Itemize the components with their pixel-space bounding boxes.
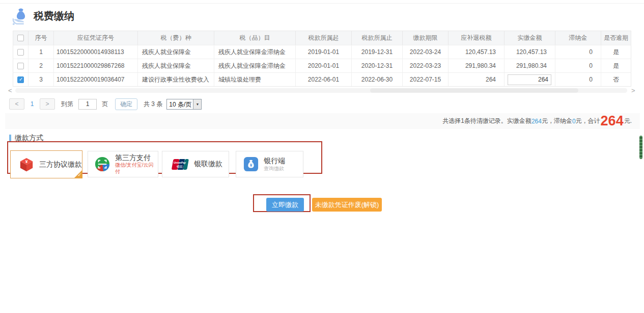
horizontal-scrollbar[interactable] bbox=[15, 88, 627, 93]
cell-tax-item: 城镇垃圾处理费 bbox=[214, 73, 296, 86]
tax-payment-page: 税费缴纳 序号 应征凭证序号 税（费）种 税（品）目 税款所属起 税款所属止 缴… bbox=[0, 0, 644, 313]
payment-method-label: 银联缴款 bbox=[194, 160, 222, 169]
payment-method-bank[interactable]: ¥ 银行端 查询缴款 bbox=[236, 151, 303, 177]
cell-payable: 264 bbox=[449, 73, 505, 86]
tax-table: 序号 应征凭证序号 税（费）种 税（品）目 税款所属起 税款所属止 缴款期限 应… bbox=[13, 31, 631, 87]
total-count-label: 共 3 条 bbox=[144, 100, 162, 109]
row-checkbox[interactable] bbox=[17, 76, 24, 83]
page-title: 税费缴纳 bbox=[34, 9, 74, 23]
svg-text:银联: 银联 bbox=[176, 164, 183, 168]
cell-voucher-no: 10015222000019036407 bbox=[54, 73, 138, 86]
page-size-select[interactable]: 10 条/页 ▼ bbox=[166, 99, 202, 110]
cell-payable: 120,457.13 bbox=[449, 45, 505, 59]
cell-period-start: 2019-01-01 bbox=[296, 45, 352, 59]
table-row: 1 10015220000014938113 残疾人就业保障金 残疾人就业保障金… bbox=[13, 45, 631, 59]
current-page[interactable]: 1 bbox=[24, 100, 40, 108]
header-period-start: 税款所属起 bbox=[296, 31, 352, 45]
header-period-end: 税款所属止 bbox=[352, 31, 403, 45]
cell-overdue: 否 bbox=[601, 73, 631, 86]
svg-text:¥: ¥ bbox=[25, 159, 28, 164]
cell-period-start: 2022-06-01 bbox=[296, 73, 352, 86]
payment-method-label: 三方协议缴款 bbox=[39, 160, 82, 169]
unionpay-logo: UnionPay 银联 bbox=[170, 158, 190, 171]
payment-method-unionpay[interactable]: UnionPay 银联 银联缴款 bbox=[162, 151, 229, 177]
payment-method-sublabel: 查询缴款 bbox=[264, 166, 285, 172]
cell-tax-type: 残疾人就业保障金 bbox=[138, 45, 214, 59]
summary-bar: 共选择1条待清缴记录。实缴金额264 元，滞纳金 0元，合计264元. bbox=[5, 113, 640, 129]
chevron-down-icon: ▼ bbox=[193, 99, 201, 109]
row-checkbox[interactable] bbox=[17, 49, 24, 56]
summary-text: 元. bbox=[624, 117, 632, 125]
row-checkbox[interactable] bbox=[17, 63, 24, 69]
goto-label: 到第 bbox=[61, 100, 73, 109]
summary-text: 元，滞纳金 bbox=[542, 117, 572, 125]
header-deadline: 缴款期限 bbox=[403, 31, 449, 45]
svg-text:¥: ¥ bbox=[250, 163, 253, 168]
payment-method-label: 第三方支付 bbox=[115, 153, 158, 163]
cell-period-start: 2020-01-01 bbox=[296, 59, 352, 72]
header-voucher-no: 应征凭证序号 bbox=[54, 31, 138, 45]
side-scroll-indicator[interactable] bbox=[639, 136, 642, 159]
summary-text: 元，合计 bbox=[576, 117, 600, 125]
select-all-checkbox[interactable] bbox=[17, 35, 24, 41]
pagination: < 1 > 到第 页 确定 共 3 条 10 条/页 ▼ bbox=[9, 98, 202, 110]
cell-late-fee: 0 bbox=[555, 59, 601, 72]
page-size-value: 10 条/页 bbox=[167, 99, 193, 109]
payment-method-label: 银行端 bbox=[264, 156, 285, 166]
cell-late-fee: 0 bbox=[555, 73, 601, 86]
checkmark-icon: ✓ bbox=[77, 173, 81, 177]
red-cube-yuan-icon: ¥ bbox=[19, 157, 34, 172]
next-page-button[interactable]: > bbox=[40, 98, 55, 110]
cell-seq: 1 bbox=[29, 45, 54, 59]
cell-tax-type: 建设行政事业性收费收入 bbox=[138, 73, 214, 86]
cell-deadline: 2022-03-24 bbox=[403, 45, 449, 59]
void-voucher-button[interactable]: 未缴款凭证作废(解锁) bbox=[312, 198, 382, 212]
header-payable: 应补退税额 bbox=[449, 31, 505, 45]
summary-text: 共选择1条待清缴记录。实缴金额 bbox=[442, 117, 531, 125]
table-row: 3 10015222000019036407 建设行政事业性收费收入 城镇垃圾处… bbox=[13, 72, 631, 86]
header-seq: 序号 bbox=[29, 31, 54, 45]
cell-tax-item: 残疾人就业保障金滞纳金 bbox=[214, 45, 296, 59]
cell-seq: 2 bbox=[29, 59, 54, 72]
page-unit-label: 页 bbox=[102, 100, 108, 109]
cell-paid: 120,457.13 bbox=[505, 45, 555, 59]
header-tax-type: 税（费）种 bbox=[138, 31, 214, 45]
payment-method-thirdparty[interactable]: 第三方支付 微信/支付宝/云闪付 bbox=[88, 151, 158, 177]
cell-voucher-no: 10015221000029867268 bbox=[54, 59, 138, 72]
table-header-row: 序号 应征凭证序号 税（费）种 税（品）目 税款所属起 税款所属止 缴款期限 应… bbox=[13, 31, 631, 45]
summary-total-amount: 264 bbox=[601, 114, 624, 128]
confirm-page-button[interactable]: 确定 bbox=[115, 98, 137, 110]
cell-period-end: 2019-12-31 bbox=[352, 45, 403, 59]
cell-seq: 3 bbox=[29, 73, 54, 86]
header-paid: 实缴金额 bbox=[505, 31, 555, 45]
cell-tax-type: 残疾人就业保障金 bbox=[138, 59, 214, 72]
prev-page-button[interactable]: < bbox=[9, 98, 24, 110]
table-row: 2 10015221000029867268 残疾人就业保障金 残疾人就业保障金… bbox=[13, 59, 631, 72]
divider bbox=[0, 3, 644, 4]
payment-method-sublabel: 微信/支付宝/云闪付 bbox=[115, 162, 158, 175]
goto-page-input[interactable] bbox=[78, 99, 97, 110]
cell-tax-item: 残疾人就业保障金滞纳金 bbox=[214, 59, 296, 72]
pay-now-button[interactable]: 立即缴款 bbox=[266, 198, 304, 212]
cell-period-end: 2022-06-30 bbox=[352, 73, 403, 86]
header-overdue: 是否逾期 bbox=[601, 31, 631, 45]
payment-method-tripartite[interactable]: ¥ 三方协议缴款 ✓ bbox=[10, 150, 82, 178]
summary-late-fee: 0 bbox=[572, 118, 576, 125]
cell-voucher-no: 10015220000014938113 bbox=[54, 45, 138, 59]
cell-late-fee: 0 bbox=[555, 45, 601, 59]
select-all-checkbox-cell bbox=[13, 31, 29, 45]
cell-payable: 291,980.34 bbox=[449, 59, 505, 72]
scroll-left-icon[interactable]: < bbox=[8, 87, 12, 94]
scroll-right-icon[interactable]: > bbox=[631, 87, 635, 94]
scrollbar-thumb[interactable] bbox=[370, 88, 578, 93]
scan-pay-circle-icon bbox=[95, 156, 110, 172]
header-tax-item: 税（品）目 bbox=[214, 31, 296, 45]
cell-paid: 291,980.34 bbox=[505, 59, 555, 72]
header-late-fee: 滞纳金 bbox=[555, 31, 601, 45]
cell-overdue: 是 bbox=[601, 59, 631, 72]
cell-deadline: 2022-03-23 bbox=[403, 59, 449, 72]
cell-deadline: 2022-07-15 bbox=[403, 73, 449, 86]
paid-amount-input[interactable] bbox=[508, 74, 551, 85]
cell-period-end: 2020-12-31 bbox=[352, 59, 403, 72]
summary-paid-amount: 264 bbox=[531, 118, 542, 125]
